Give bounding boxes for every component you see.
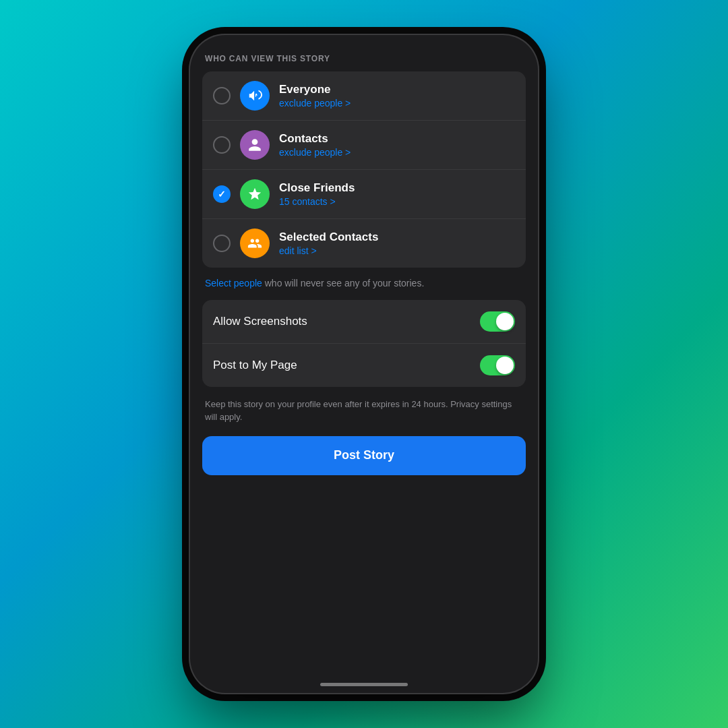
option-everyone[interactable]: Everyone exclude people > xyxy=(202,71,526,121)
toggle-screenshots-knob xyxy=(496,313,514,330)
selected-contacts-label: Selected Contacts xyxy=(279,231,515,244)
toggle-post-page[interactable] xyxy=(480,355,515,375)
hint-rest: who will never see any of your stories. xyxy=(262,278,424,289)
selected-contacts-text: Selected Contacts edit list > xyxy=(279,231,515,256)
option-selected-contacts[interactable]: Selected Contacts edit list > xyxy=(202,219,526,268)
person-icon xyxy=(240,130,270,160)
radio-everyone xyxy=(213,87,231,104)
hint-highlight[interactable]: Select people xyxy=(205,278,262,289)
radio-contacts xyxy=(213,136,231,154)
toggle-post-page-knob xyxy=(496,357,514,374)
toggle-screenshots[interactable] xyxy=(480,311,515,332)
post-story-label: Post Story xyxy=(334,448,394,462)
toggle-screenshots-row[interactable]: Allow Screenshots xyxy=(202,300,526,344)
contacts-text: Contacts exclude people > xyxy=(279,132,515,158)
contacts-sub[interactable]: exclude people > xyxy=(279,147,515,158)
section-title: WHO CAN VIEW THIS STORY xyxy=(202,54,526,63)
megaphone-icon xyxy=(240,81,270,111)
star-icon xyxy=(240,179,270,209)
hint-text: Select people who will never see any of … xyxy=(202,277,526,300)
close-friends-text: Close Friends 15 contacts > xyxy=(279,181,515,207)
toggle-post-page-row[interactable]: Post to My Page xyxy=(202,344,526,387)
phone-frame: WHO CAN VIEW THIS STORY Everyone exclude… xyxy=(189,34,539,694)
everyone-label: Everyone xyxy=(279,83,515,96)
selected-contacts-sub[interactable]: edit list > xyxy=(279,245,515,256)
visibility-options-card: Everyone exclude people > Contacts exclu… xyxy=(202,71,526,268)
close-friends-label: Close Friends xyxy=(279,181,515,195)
toggle-screenshots-label: Allow Screenshots xyxy=(213,315,307,328)
toggles-card: Allow Screenshots Post to My Page xyxy=(202,300,526,387)
home-bar xyxy=(320,683,408,686)
option-close-friends[interactable]: Close Friends 15 contacts > xyxy=(202,170,526,219)
post-story-button[interactable]: Post Story xyxy=(202,436,526,475)
radio-selected-contacts xyxy=(213,235,231,252)
radio-close-friends xyxy=(213,185,231,203)
group-icon xyxy=(240,229,270,258)
description-text: Keep this story on your profile even aft… xyxy=(202,394,526,436)
toggle-post-page-label: Post to My Page xyxy=(213,359,297,372)
option-contacts[interactable]: Contacts exclude people > xyxy=(202,121,526,170)
everyone-sub[interactable]: exclude people > xyxy=(279,98,515,109)
home-indicator xyxy=(189,677,539,694)
close-friends-sub[interactable]: 15 contacts > xyxy=(279,196,515,207)
everyone-text: Everyone exclude people > xyxy=(279,83,515,109)
contacts-label: Contacts xyxy=(279,132,515,146)
